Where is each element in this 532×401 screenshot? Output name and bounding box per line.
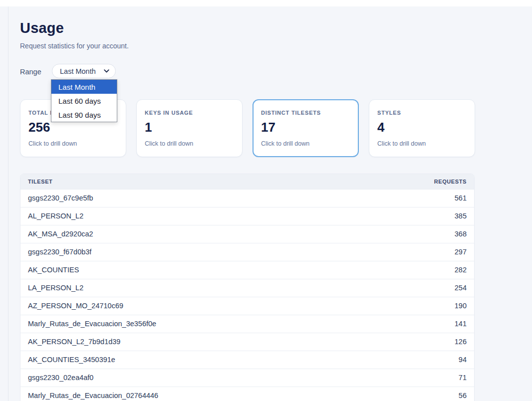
table-row: AK_COUNTIES_3450391e 94 <box>20 351 474 369</box>
requests-count-cell: 297 <box>362 243 474 261</box>
stat-card-hint: Click to drill down <box>377 140 467 147</box>
table-row: AK_MSA_d2920ca2 368 <box>20 225 474 243</box>
table-row: gsgs2230_67c9e5fb 561 <box>20 189 474 207</box>
range-dropdown-menu: Last Month Last 60 days Last 90 days <box>51 79 117 122</box>
tileset-usage-table: TILESET REQUESTS gsgs2230_67c9e5fb 561 A… <box>20 174 475 401</box>
requests-count-cell: 141 <box>362 315 474 333</box>
dropdown-option-last-60-days[interactable]: Last 60 days <box>51 94 117 108</box>
requests-count-cell: 190 <box>362 297 474 315</box>
table-row: AK_COUNTIES 282 <box>20 261 474 279</box>
stat-card-hint: Click to drill down <box>28 140 118 147</box>
table-row: gsgs2230_02ea4af0 71 <box>20 369 474 387</box>
requests-count-cell: 385 <box>362 207 474 225</box>
stat-card-label: STYLES <box>377 110 467 116</box>
column-header-tileset: TILESET <box>20 174 362 189</box>
requests-count-cell: 561 <box>362 189 474 207</box>
tileset-table: TILESET REQUESTS gsgs2230_67c9e5fb 561 A… <box>20 174 474 401</box>
stat-card-value: 4 <box>377 120 467 135</box>
stat-card-hint: Click to drill down <box>145 140 234 147</box>
tileset-name-cell: AK_COUNTIES_3450391e <box>20 351 362 369</box>
usage-page: { "page": { "title": "Usage", "subtitle"… <box>0 0 532 401</box>
stat-card-value: 17 <box>261 120 350 135</box>
tileset-name-cell: AK_MSA_d2920ca2 <box>20 225 362 243</box>
table-row: Marly_Rutas_de_Evacuacion_02764446 56 <box>20 387 474 401</box>
range-select[interactable]: Last Month <box>52 64 116 78</box>
range-select-value: Last Month <box>60 67 96 75</box>
column-header-requests: REQUESTS <box>362 174 474 189</box>
requests-count-cell: 282 <box>362 261 474 279</box>
stat-card-hint: Click to drill down <box>261 140 350 147</box>
page-title: Usage <box>20 20 64 36</box>
table-header: TILESET REQUESTS <box>20 174 474 189</box>
table-row: LA_PERSON_L2 254 <box>20 279 474 297</box>
dropdown-option-last-90-days[interactable]: Last 90 days <box>51 108 117 122</box>
page-subtitle: Request statistics for your account. <box>20 42 129 50</box>
table-row: AL_PERSON_L2 385 <box>20 207 474 225</box>
requests-count-cell: 94 <box>362 351 474 369</box>
tileset-name-cell: AZ_PERSON_MO_24710c69 <box>20 297 362 315</box>
stat-card-styles[interactable]: STYLES 4 Click to drill down <box>369 99 475 157</box>
tileset-name-cell: gsgs2230_02ea4af0 <box>20 369 362 387</box>
tileset-name-cell: AK_PERSON_L2_7b9d1d39 <box>20 333 362 351</box>
stat-card-label: DISTINCT TILESETS <box>261 110 350 116</box>
table-row: AZ_PERSON_MO_24710c69 190 <box>20 297 474 315</box>
tileset-name-cell: LA_PERSON_L2 <box>20 279 362 297</box>
dropdown-option-last-month[interactable]: Last Month <box>51 80 117 94</box>
requests-count-cell: 368 <box>362 225 474 243</box>
tileset-name-cell: Marly_Rutas_de_Evacuacion_02764446 <box>20 387 362 401</box>
tileset-name-cell: gsgs2230_67c9e5fb <box>20 189 362 207</box>
table-body: gsgs2230_67c9e5fb 561 AL_PERSON_L2 385 A… <box>20 189 474 401</box>
tileset-name-cell: AL_PERSON_L2 <box>20 207 362 225</box>
requests-count-cell: 254 <box>362 279 474 297</box>
tileset-name-cell: AK_COUNTIES <box>20 261 362 279</box>
stat-card-value: 1 <box>145 120 234 135</box>
tileset-name-cell: Marly_Rutas_de_Evacuacion_3e356f0e <box>20 315 362 333</box>
stat-card-distinct-tilesets[interactable]: DISTINCT TILESETS 17 Click to drill down <box>253 99 359 157</box>
requests-count-cell: 71 <box>362 369 474 387</box>
table-row: AK_PERSON_L2_7b9d1d39 126 <box>20 333 474 351</box>
stat-card-label: KEYS IN USAGE <box>145 110 234 116</box>
chevron-down-icon <box>104 69 109 73</box>
requests-count-cell: 56 <box>362 387 474 401</box>
tileset-name-cell: gsgs2230_f67d0b3f <box>20 243 362 261</box>
table-row: Marly_Rutas_de_Evacuacion_3e356f0e 141 <box>20 315 474 333</box>
top-bar <box>0 0 532 6</box>
requests-count-cell: 126 <box>362 333 474 351</box>
range-label: Range <box>20 68 41 76</box>
table-row: gsgs2230_f67d0b3f 297 <box>20 243 474 261</box>
table-header-row: TILESET REQUESTS <box>20 174 474 189</box>
stat-card-keys-in-usage[interactable]: KEYS IN USAGE 1 Click to drill down <box>136 99 243 157</box>
sidebar-divider <box>8 6 8 401</box>
